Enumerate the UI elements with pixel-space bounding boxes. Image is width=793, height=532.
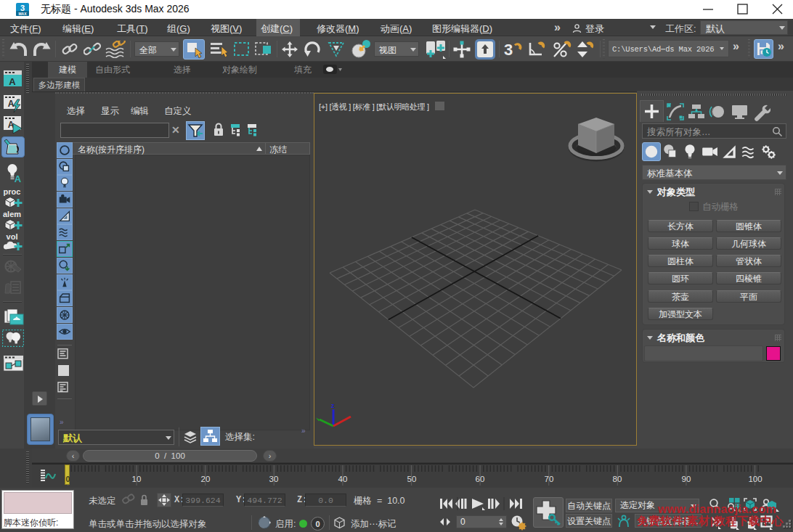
svg-text:A: A <box>15 173 22 182</box>
svg-text:A: A <box>8 99 15 109</box>
svg-text:A: A <box>9 76 16 87</box>
svg-text:MAX: MAX <box>18 12 27 16</box>
svg-text:3: 3 <box>20 4 25 12</box>
svg-text:z: z <box>331 402 335 409</box>
svg-text:3: 3 <box>504 41 513 59</box>
